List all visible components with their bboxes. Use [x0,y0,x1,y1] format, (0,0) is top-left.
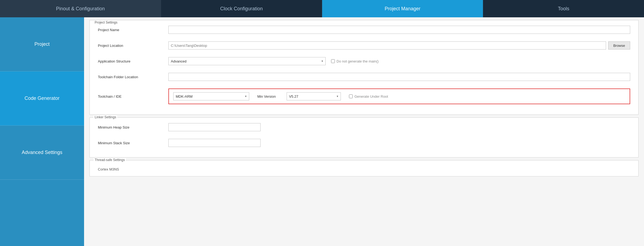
toolchain-select-wrapper: MDK-ARM STM32CubeIDE Makefile [173,92,249,100]
linker-settings-label: Linker Settings [94,115,117,119]
top-navigation: Pinout & Configuration Clock Configurati… [0,0,644,17]
min-stack-label: Minimum Stack Size [98,141,168,145]
toolchain-highlight-box: MDK-ARM STM32CubeIDE Makefile Min Versio… [168,88,630,104]
sidebar: Project Code Generator Advanced Settings [0,17,84,246]
sidebar-item-code-generator[interactable]: Code Generator [0,71,84,126]
project-name-label: Project Name [98,28,168,32]
min-stack-control: 0x400 [168,139,261,147]
project-location-label: Project Location [98,44,168,48]
project-name-row: Project Name TIM_Trigger [98,26,630,34]
application-structure-select[interactable]: Advanced Basic [168,57,326,65]
min-version-label: Min Version [257,94,276,99]
tab-project-manager[interactable]: Project Manager [322,0,483,17]
toolchain-folder-row: Toolchain Folder Location C:\Users\Tang\… [98,73,630,81]
toolchain-folder-input[interactable]: C:\Users\Tang\Desktop\TIM_Trigger\ [168,73,630,81]
min-heap-label: Minimum Heap Size [98,125,168,129]
content-area: Project Settings Project Name TIM_Trigge… [84,17,644,246]
browse-button[interactable]: Browse [608,41,630,50]
thread-safe-settings-label: Thread-safe Settings [94,158,126,162]
project-name-input[interactable]: TIM_Trigger [168,26,630,34]
application-structure-select-wrapper: Advanced Basic [168,57,326,65]
generate-under-root-checkbox[interactable] [349,94,353,98]
thread-safe-sub-label: Cortex M3NS [98,167,630,171]
toolchain-ide-row: Toolchain / IDE MDK-ARM STM32CubeIDE Mak… [98,88,630,104]
min-heap-input[interactable]: 0x200 [168,123,261,131]
project-settings-label: Project Settings [94,21,118,24]
toolchain-folder-label: Toolchain Folder Location [98,75,168,79]
min-heap-control: 0x200 [168,123,261,131]
application-structure-row: Application Structure Advanced Basic Do … [98,57,630,65]
project-location-input[interactable] [168,41,606,50]
tab-tools[interactable]: Tools [483,0,644,17]
min-version-select[interactable]: V5.27 V5.30 V5.32 V5.36 [287,92,341,100]
toolchain-ide-label: Toolchain / IDE [98,94,168,99]
do-not-generate-main-checkbox[interactable] [331,59,335,63]
application-structure-label: Application Structure [98,59,168,63]
sidebar-item-project[interactable]: Project [0,17,84,71]
project-location-control: Browse [168,41,630,50]
project-name-control: TIM_Trigger [168,26,630,34]
min-version-select-wrapper: V5.27 V5.30 V5.32 V5.36 [287,92,341,100]
toolchain-ide-control: MDK-ARM STM32CubeIDE Makefile Min Versio… [168,88,630,104]
sidebar-item-advanced-settings[interactable]: Advanced Settings [0,126,84,180]
min-heap-row: Minimum Heap Size 0x200 [98,123,630,131]
project-location-row: Project Location Browse [98,41,630,50]
application-structure-control: Advanced Basic Do not generate the main(… [168,57,630,65]
toolchain-folder-control: C:\Users\Tang\Desktop\TIM_Trigger\ [168,73,630,81]
min-stack-input[interactable]: 0x400 [168,139,261,147]
do-not-generate-main-label[interactable]: Do not generate the main() [331,59,379,63]
toolchain-select[interactable]: MDK-ARM STM32CubeIDE Makefile [173,92,249,100]
tab-pinout[interactable]: Pinout & Configuration [0,0,161,17]
main-layout: Project Code Generator Advanced Settings… [0,17,644,246]
tab-clock[interactable]: Clock Configuration [161,0,322,17]
min-stack-row: Minimum Stack Size 0x400 [98,139,630,147]
generate-under-root-label[interactable]: Generate Under Root [349,94,388,99]
